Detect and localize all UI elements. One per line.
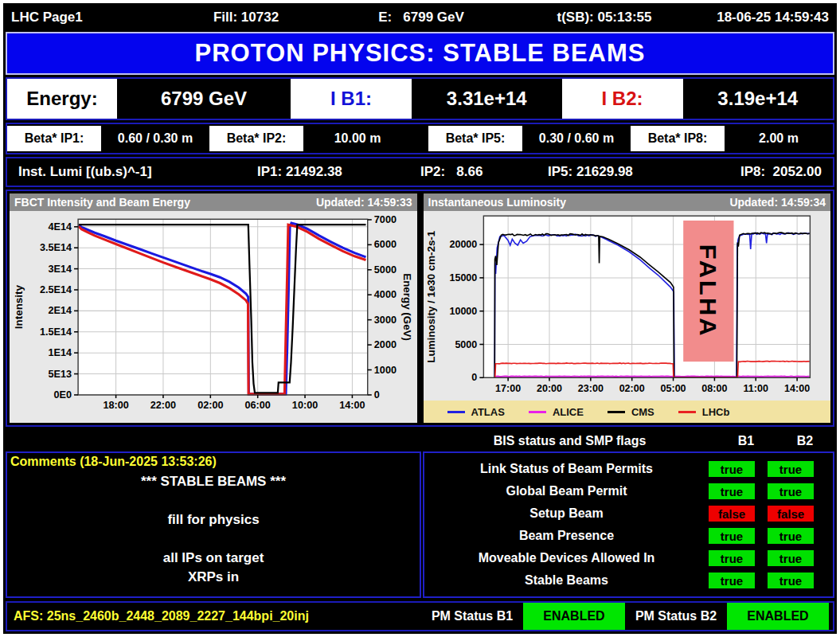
intensity-b1-value: 3.31e+14 xyxy=(412,79,562,119)
lumi-ip8-name: IP8: xyxy=(740,164,765,180)
bis-header-title: BIS status and SMP flags xyxy=(423,434,717,448)
comment-line: all IPs on target xyxy=(7,549,420,568)
svg-text:02:00: 02:00 xyxy=(197,399,223,411)
svg-text:5000: 5000 xyxy=(455,338,477,350)
pm-status-b1-value: ENABLED xyxy=(523,603,625,630)
afs-filling-scheme: AFS: 25ns_2460b_2448_2089_2227_144bpi_20… xyxy=(7,609,421,623)
legend-item-atlas: ATLAS xyxy=(447,406,505,418)
svg-text:02:00: 02:00 xyxy=(619,383,644,394)
beta-ip8-value: 2.00 m xyxy=(725,124,833,153)
svg-text:Luminosity / 1e30 cm-2s-1: Luminosity / 1e30 cm-2s-1 xyxy=(425,231,437,363)
svg-text:1.5E14: 1.5E14 xyxy=(40,326,72,338)
intensity-b2-label: I B2: xyxy=(562,79,683,119)
svg-text:10000: 10000 xyxy=(449,306,477,317)
beta-ip1-value: 0.60 / 0.30 m xyxy=(101,124,209,153)
svg-text:05:00: 05:00 xyxy=(660,383,686,394)
fbct-chart-updated: Updated: 14:59:33 xyxy=(316,196,412,209)
svg-text:Intensity: Intensity xyxy=(13,284,25,329)
svg-text:10:00: 10:00 xyxy=(292,399,318,411)
lumi-label: Inst. Lumi [(ub.s)^-1] xyxy=(18,164,257,180)
lumi-ip8: IP8: 2052.00 xyxy=(719,164,822,180)
lumi-ip8-value: 2052.00 xyxy=(773,164,822,180)
svg-text:4000: 4000 xyxy=(374,288,397,300)
svg-text:3000: 3000 xyxy=(374,314,397,326)
bis-flag-b1: true xyxy=(709,461,755,477)
bis-flag-b1: true xyxy=(709,550,755,566)
lumi-ip2: IP2: 8.66 xyxy=(420,164,548,180)
svg-text:5E13: 5E13 xyxy=(48,368,72,380)
comments-column: Comments (18-Jun-2025 13:53:26) *** STAB… xyxy=(6,430,421,598)
comment-line xyxy=(7,491,420,510)
beta-star-row: Beta* IP1: 0.60 / 0.30 m Beta* IP2: 10.0… xyxy=(6,123,834,154)
beta-ip1-label: Beta* IP1: xyxy=(7,126,101,151)
svg-text:20:00: 20:00 xyxy=(536,383,561,394)
svg-text:11:00: 11:00 xyxy=(743,383,768,394)
beta-row-gap xyxy=(412,124,428,153)
svg-text:18:00: 18:00 xyxy=(103,399,128,411)
comments-spacer xyxy=(6,430,421,451)
svg-text:6000: 6000 xyxy=(374,238,397,250)
svg-text:2000: 2000 xyxy=(374,338,397,350)
legend-item-cms: CMS xyxy=(608,406,654,418)
lumi-chart-title: Instantaneous Luminosity xyxy=(428,196,566,209)
svg-text:23:00: 23:00 xyxy=(577,383,603,394)
beta-ip8-label: Beta* IP8: xyxy=(631,126,725,151)
bis-row-label: Link Status of Beam Permits xyxy=(424,462,709,476)
bis-flag-b2: false xyxy=(768,506,814,522)
energy-label: Energy: xyxy=(7,79,117,119)
pm-status-b2-value: ENABLED xyxy=(727,603,829,630)
legend-lhcb-label: LHCb xyxy=(702,406,730,418)
lhc-page1-screen: LHC Page1 Fill: 10732 E: 6799 GeV t(SB):… xyxy=(0,0,840,637)
bis-row-label: Beam Presence xyxy=(424,529,709,543)
energy-value: 6799 GeV xyxy=(117,79,291,119)
bis-flag-b2: true xyxy=(768,573,814,588)
page-title-text: PROTON PHYSICS: STABLE BEAMS xyxy=(195,39,646,68)
fbct-chart-title: FBCT Intensity and Beam Energy xyxy=(14,196,190,209)
fbct-chart-header: FBCT Intensity and Beam Energy Updated: … xyxy=(10,193,417,211)
comment-line: XRPs in xyxy=(7,568,420,587)
svg-text:08:00: 08:00 xyxy=(701,383,727,394)
comment-line: fill for physics xyxy=(7,510,420,530)
beta-ip2-label: Beta* IP2: xyxy=(209,126,303,151)
atlas-line-swatch xyxy=(447,411,465,413)
intensity-b2-value: 3.19e+14 xyxy=(683,79,834,119)
bis-row-label: Setup Beam xyxy=(424,506,709,521)
energy-intensity-row: Energy: 6799 GeV I B1: 3.31e+14 I B2: 3.… xyxy=(6,77,834,120)
lhcb-line-swatch xyxy=(678,411,696,413)
bis-flag-b1: true xyxy=(709,573,755,588)
legend-item-alice: ALICE xyxy=(529,406,584,418)
svg-text:14:00: 14:00 xyxy=(784,383,810,394)
bis-column: BIS status and SMP flags B1 B2 Link Stat… xyxy=(423,430,834,598)
comments-box: Comments (18-Jun-2025 13:53:26) *** STAB… xyxy=(6,451,421,598)
lumi-chart-updated: Updated: 14:59:34 xyxy=(729,196,826,209)
fill-number: Fill: 10732 xyxy=(162,10,330,25)
beta-ip5-label: Beta* IP5: xyxy=(428,126,522,151)
bis-row-label: Global Beam Permit xyxy=(424,484,709,498)
lumi-ip5-value: 21629.98 xyxy=(576,164,633,180)
svg-text:1000: 1000 xyxy=(374,364,397,376)
svg-text:3.5E14: 3.5E14 xyxy=(40,241,72,253)
legend-alice-label: ALICE xyxy=(553,406,584,418)
bis-flag-b2: true xyxy=(768,483,814,499)
fbct-intensity-energy-chart: 18:0022:0002:0006:0010:0014:004E143.5E14… xyxy=(10,211,417,423)
bis-col-b2: B2 xyxy=(776,434,834,448)
bis-row-beam-presence: Beam Presence true true xyxy=(424,528,833,544)
bis-flag-b1: false xyxy=(709,506,755,522)
intensity-b1-label: I B1: xyxy=(291,79,412,119)
bis-row-label: Moveable Devices Allowed In xyxy=(424,551,709,565)
bis-row-link-status: Link Status of Beam Permits true true xyxy=(424,461,833,477)
afs-row: AFS: 25ns_2460b_2448_2089_2227_144bpi_20… xyxy=(6,601,834,631)
svg-text:22:00: 22:00 xyxy=(150,399,176,411)
svg-text:Energy (GeV): Energy (GeV) xyxy=(401,273,413,341)
inst-lumi-row: Inst. Lumi [(ub.s)^-1] IP1: 21492.38 IP2… xyxy=(6,157,834,187)
svg-text:5000: 5000 xyxy=(374,264,397,276)
pm-status-b2-label: PM Status B2 xyxy=(625,609,727,623)
svg-text:3E14: 3E14 xyxy=(48,263,72,275)
page-name: LHC Page1 xyxy=(11,10,162,25)
svg-text:0: 0 xyxy=(374,389,380,401)
lumi-ip1-name: IP1: xyxy=(257,164,282,180)
bis-flag-b2: true xyxy=(768,550,814,566)
svg-text:14:00: 14:00 xyxy=(339,399,365,411)
bis-flag-b1: true xyxy=(709,528,755,544)
lumi-ip5: IP5: 21629.98 xyxy=(548,164,719,180)
